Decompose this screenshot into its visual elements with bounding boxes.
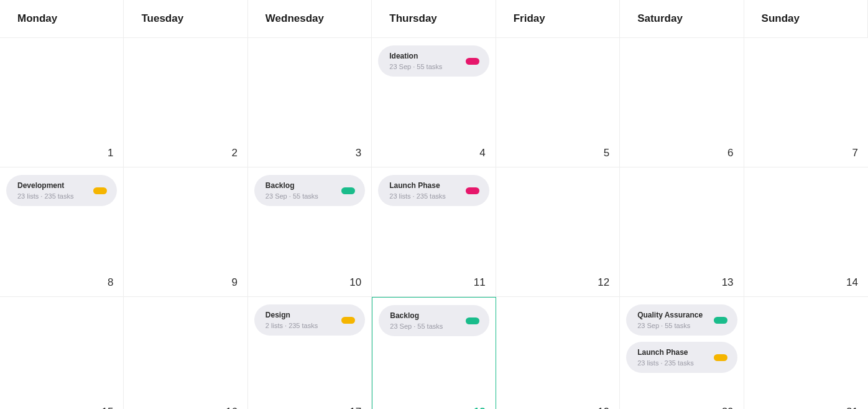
event-title: Backlog [390, 311, 443, 320]
day-number: 20 [722, 406, 734, 409]
day-cell[interactable]: Design2 lists · 235 tasks17 [248, 297, 372, 409]
day-cell[interactable]: 2 [124, 38, 247, 167]
weekday-header: Wednesday [248, 0, 372, 38]
day-number: 9 [231, 276, 237, 289]
day-number: 3 [356, 147, 361, 159]
day-number: 5 [604, 147, 609, 159]
day-number: 19 [598, 406, 609, 409]
event-info: Backlog23 Sep · 55 tasks [265, 181, 318, 200]
weekday-header: Sunday [744, 0, 868, 38]
day-number: 17 [349, 406, 361, 409]
day-cell[interactable]: Development23 lists · 235 tasks8 [0, 167, 124, 297]
day-number: 15 [102, 406, 114, 409]
day-cell[interactable]: Quality Assurance23 Sep · 55 tasksLaunch… [620, 297, 744, 409]
calendar-grid: MondayTuesdayWednesdayThursdayFridaySatu… [0, 0, 868, 409]
event-card[interactable]: Launch Phase23 lists · 235 tasks [378, 175, 489, 206]
event-info: Design2 lists · 235 tasks [265, 311, 318, 329]
day-cell[interactable]: 6 [620, 38, 744, 167]
event-title: Design [265, 311, 318, 319]
day-number: 6 [727, 147, 733, 159]
weekday-header: Saturday [620, 0, 744, 38]
event-meta: 23 lists · 235 tasks [17, 192, 74, 200]
event-card[interactable]: Backlog23 Sep · 55 tasks [254, 175, 365, 206]
status-pill-icon [341, 187, 355, 194]
weekday-header: Thursday [372, 0, 496, 38]
event-title: Quality Assurance [637, 311, 703, 319]
event-title: Ideation [389, 52, 442, 60]
event-meta: 23 Sep · 55 tasks [389, 63, 442, 70]
event-title: Launch Phase [637, 348, 694, 357]
event-meta: 23 lists · 235 tasks [637, 359, 694, 367]
day-cell[interactable]: Backlog23 Sep · 55 tasks10 [248, 167, 372, 297]
event-title: Development [17, 181, 74, 190]
event-card[interactable]: Ideation23 Sep · 55 tasks [378, 45, 489, 77]
day-number: 21 [846, 406, 858, 409]
day-cell[interactable]: 1 [0, 38, 124, 167]
weekday-header: Friday [496, 0, 620, 38]
day-cell[interactable]: 14 [744, 167, 868, 297]
event-meta: 23 Sep · 55 tasks [390, 322, 443, 330]
event-title: Launch Phase [389, 181, 446, 190]
event-card[interactable]: Quality Assurance23 Sep · 55 tasks [626, 304, 737, 336]
day-number: 14 [846, 276, 858, 289]
status-pill-icon [341, 317, 355, 324]
event-card[interactable]: Design2 lists · 235 tasks [254, 304, 365, 336]
event-info: Development23 lists · 235 tasks [17, 181, 74, 200]
day-number: 2 [231, 147, 237, 159]
event-meta: 2 lists · 235 tasks [265, 322, 318, 329]
day-number: 12 [598, 276, 609, 289]
day-number: 16 [226, 406, 238, 409]
event-info: Launch Phase23 lists · 235 tasks [389, 181, 446, 200]
day-cell[interactable]: 5 [496, 38, 620, 167]
day-cell[interactable]: 3 [248, 38, 372, 167]
status-pill-icon [714, 317, 727, 324]
day-cell[interactable]: 21 [744, 297, 868, 409]
weekday-header: Monday [0, 0, 124, 38]
event-info: Backlog23 Sep · 55 tasks [390, 311, 443, 330]
day-cell[interactable]: 12 [496, 167, 620, 297]
day-number: 1 [108, 147, 113, 159]
event-card[interactable]: Development23 lists · 235 tasks [6, 175, 117, 206]
event-title: Backlog [265, 181, 318, 190]
day-cell[interactable]: 15 [0, 297, 124, 409]
day-cell[interactable]: 19 [496, 297, 620, 409]
day-cell[interactable]: 13 [620, 167, 744, 297]
day-cell[interactable]: Launch Phase23 lists · 235 tasks11 [372, 167, 496, 297]
event-meta: 23 Sep · 55 tasks [637, 322, 703, 329]
day-number: 18 [474, 406, 486, 409]
weekday-header: Tuesday [124, 0, 247, 38]
day-number: 10 [349, 276, 361, 289]
status-pill-icon [466, 58, 479, 65]
event-info: Ideation23 Sep · 55 tasks [389, 52, 442, 70]
status-pill-icon [93, 187, 107, 194]
day-cell[interactable]: 7 [744, 38, 868, 167]
day-number: 11 [474, 276, 486, 289]
day-number: 4 [479, 147, 485, 159]
status-pill-icon [714, 354, 727, 361]
event-card[interactable]: Backlog23 Sep · 55 tasks [379, 305, 489, 336]
event-meta: 23 Sep · 55 tasks [265, 192, 318, 200]
day-cell[interactable]: 16 [124, 297, 247, 409]
day-cell[interactable]: Backlog23 Sep · 55 tasks18 [372, 297, 496, 409]
day-number: 13 [722, 276, 734, 289]
day-number: 8 [108, 276, 113, 289]
day-number: 7 [852, 147, 858, 159]
day-cell[interactable]: Ideation23 Sep · 55 tasks4 [372, 38, 496, 167]
event-info: Quality Assurance23 Sep · 55 tasks [637, 311, 703, 329]
status-pill-icon [466, 187, 479, 194]
event-card[interactable]: Launch Phase23 lists · 235 tasks [626, 342, 737, 373]
event-meta: 23 lists · 235 tasks [389, 192, 446, 200]
event-info: Launch Phase23 lists · 235 tasks [637, 348, 694, 367]
day-cell[interactable]: 9 [124, 167, 247, 297]
status-pill-icon [466, 317, 479, 324]
